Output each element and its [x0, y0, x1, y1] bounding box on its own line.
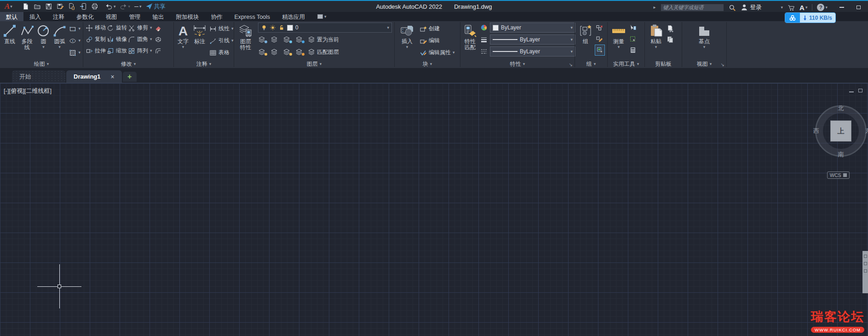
edge-floating-toolbar[interactable] [862, 251, 868, 293]
layer-lock-button[interactable] [295, 36, 305, 43]
ribbon-tab-addins[interactable]: 附加模块 [170, 12, 205, 21]
panel-label-view[interactable]: 视图▾↘ [682, 60, 726, 68]
insert-block-button[interactable]: 插入 ▾ [397, 23, 417, 49]
file-tab-start[interactable]: 开始 [12, 70, 65, 83]
minimize-button[interactable] [836, 3, 848, 11]
group-select-toggle[interactable] [596, 46, 604, 55]
fillet-button[interactable]: 圆角▾ [128, 34, 152, 45]
ribbon-tab-annotate[interactable]: 注释 [47, 12, 70, 21]
paste-button[interactable]: 粘贴 ▾ [647, 23, 665, 49]
panel-label-block[interactable]: 块▾ [395, 60, 460, 68]
panel-label-draw[interactable]: 绘图▾ [0, 60, 83, 68]
mirror-button[interactable]: 镜像 [107, 34, 127, 45]
panel-label-group[interactable]: 组▾ [575, 60, 607, 68]
new-drawing-tab-button[interactable]: + [123, 72, 137, 82]
explode-button[interactable] [155, 34, 162, 45]
ribbon-tab-view[interactable]: 视图 [100, 12, 123, 21]
dialog-launcher-icon[interactable]: ↘ [721, 62, 724, 67]
layer-on-button[interactable] [258, 48, 267, 56]
dimension-button[interactable]: 标注 [192, 23, 207, 45]
offset-button[interactable] [155, 46, 162, 56]
app-menu-button[interactable]: A ▾ [5, 2, 12, 11]
ribbon-display-toggle[interactable]: ▾ [317, 12, 327, 21]
close-tab-icon[interactable]: × [111, 73, 115, 80]
file-tab-drawing1[interactable]: Drawing1 × [66, 70, 122, 83]
viewcube-east[interactable]: 东 [865, 127, 868, 135]
table-button[interactable]: 表格 [209, 47, 234, 58]
redo-button[interactable]: ▾ [120, 3, 130, 10]
app-store-button[interactable] [788, 3, 795, 11]
save-as-button[interactable] [57, 3, 64, 10]
ribbon-tab-manage[interactable]: 管理 [123, 12, 147, 21]
stretch-button[interactable]: 拉伸 [86, 46, 106, 56]
polyline-button[interactable]: 多段线 [19, 23, 34, 51]
viewcube-north[interactable]: 北 [838, 104, 844, 113]
wcs-indicator[interactable]: WCS [827, 171, 850, 179]
rectangle-button[interactable]: ▾ [69, 23, 80, 34]
maximize-button[interactable] [852, 3, 864, 11]
lineweight-dropdown[interactable]: ByLayer ▾ [490, 34, 575, 45]
panel-label-layers[interactable]: 图层▾ [234, 60, 394, 68]
viewcube-top-face[interactable]: 上 [830, 120, 851, 142]
viewcube-south[interactable]: 南 [838, 150, 844, 159]
share-button[interactable]: 共享 [145, 3, 165, 11]
new-file-button[interactable] [22, 3, 29, 10]
layer-isolate-button[interactable] [270, 36, 280, 43]
drawing-canvas[interactable]: [-][俯视][二维线框] 上 北 南 西 东 WCS 瑞客论坛 WWW.RU [0, 83, 868, 336]
panel-label-modify[interactable]: 修改▾ [83, 60, 173, 68]
erase-button[interactable] [155, 23, 162, 33]
cut-button[interactable] [667, 24, 674, 33]
viewcube-west[interactable]: 西 [813, 127, 819, 135]
copy-clip-button[interactable] [667, 35, 674, 44]
panel-label-properties[interactable]: 特性▾↘ [460, 60, 575, 68]
ellipse-button[interactable]: ▾ [69, 35, 80, 46]
download-speed-badge[interactable]: 110 KB/s [785, 12, 836, 23]
measure-button[interactable]: 测量 ▾ [610, 23, 627, 49]
layer-dropdown[interactable]: 0 ▾ [258, 23, 392, 33]
arc-button[interactable]: 圆弧 ▾ [52, 23, 67, 49]
layer-off-button[interactable] [258, 36, 267, 43]
base-view-button[interactable]: 基点 ▾ [694, 23, 714, 49]
layer-unisolate-button[interactable] [270, 48, 280, 56]
ribbon-tab-parametric[interactable]: 参数化 [70, 12, 100, 21]
line-button[interactable]: 直线 [2, 23, 17, 45]
ribbon-tab-insert[interactable]: 插入 [23, 12, 47, 21]
edit-attributes-button[interactable]: 编辑属性▾ [420, 47, 455, 58]
layer-thaw-button[interactable] [283, 48, 292, 56]
scale-button[interactable]: 缩放 [107, 46, 127, 56]
ungroup-button[interactable] [596, 23, 604, 33]
rotate-button[interactable]: 旋转 [107, 23, 127, 33]
ribbon-tab-default[interactable]: 默认 [0, 12, 23, 21]
object-color-dropdown[interactable]: ByLayer ▾ [490, 23, 575, 33]
open-button[interactable] [34, 3, 41, 10]
array-button[interactable]: 阵列▾ [128, 46, 152, 56]
layer-freeze-button[interactable] [283, 36, 292, 43]
text-button[interactable]: 文字 ▾ [176, 23, 190, 49]
save-button[interactable] [45, 3, 52, 10]
drawing-restore-button[interactable] [858, 86, 862, 94]
save-to-web-mobile-button[interactable] [80, 3, 87, 10]
leader-button[interactable]: 引线▾ [209, 35, 234, 46]
search-button[interactable] [729, 3, 736, 11]
dropdown-arrow-icon[interactable]: ▾ [781, 6, 783, 10]
set-current-layer-button[interactable]: 置为当前 [308, 34, 339, 45]
linetype-dropdown[interactable]: ByLayer ▾ [490, 46, 575, 57]
group-edit-button[interactable] [596, 34, 604, 44]
ribbon-tab-output[interactable]: 输出 [147, 12, 170, 21]
panel-label-annotate[interactable]: 注释▾ [174, 60, 234, 68]
select-window-button[interactable] [629, 34, 637, 44]
match-properties-button[interactable]: 特性匹配 [463, 23, 477, 51]
create-block-button[interactable]: 创建 [420, 23, 455, 34]
signin-button[interactable]: 登录 [741, 4, 762, 11]
help-button[interactable]: ? ▾ [817, 4, 828, 11]
open-from-web-mobile-button[interactable] [68, 3, 75, 10]
viewcube[interactable]: 上 北 南 西 东 [815, 105, 867, 157]
quick-calc-button[interactable] [629, 46, 637, 55]
ribbon-tab-featured-apps[interactable]: 精选应用 [276, 12, 311, 21]
qat-customize-button[interactable]: ▾ [134, 5, 142, 9]
undo-button[interactable]: ▾ [105, 3, 116, 10]
search-input[interactable] [661, 4, 724, 11]
layer-properties-button[interactable]: 图层特性 [236, 23, 255, 51]
hatch-button[interactable]: ▾ [69, 47, 80, 58]
circle-button[interactable]: 圆 ▾ [37, 23, 50, 49]
